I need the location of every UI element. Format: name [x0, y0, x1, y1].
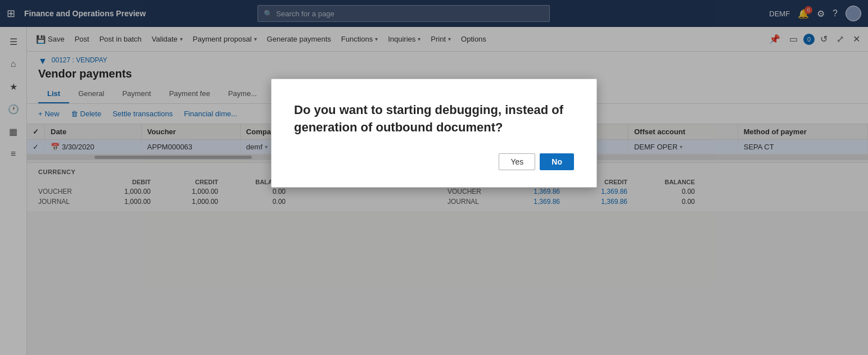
modal-message: Do you want to starting debugging, inste…	[294, 102, 574, 136]
modal-buttons: Yes No	[294, 153, 574, 170]
modal-overlay: Do you want to starting debugging, inste…	[0, 0, 868, 355]
modal-no-button[interactable]: No	[540, 153, 574, 170]
modal-dialog: Do you want to starting debugging, inste…	[271, 79, 597, 188]
modal-yes-button[interactable]: Yes	[499, 153, 535, 170]
